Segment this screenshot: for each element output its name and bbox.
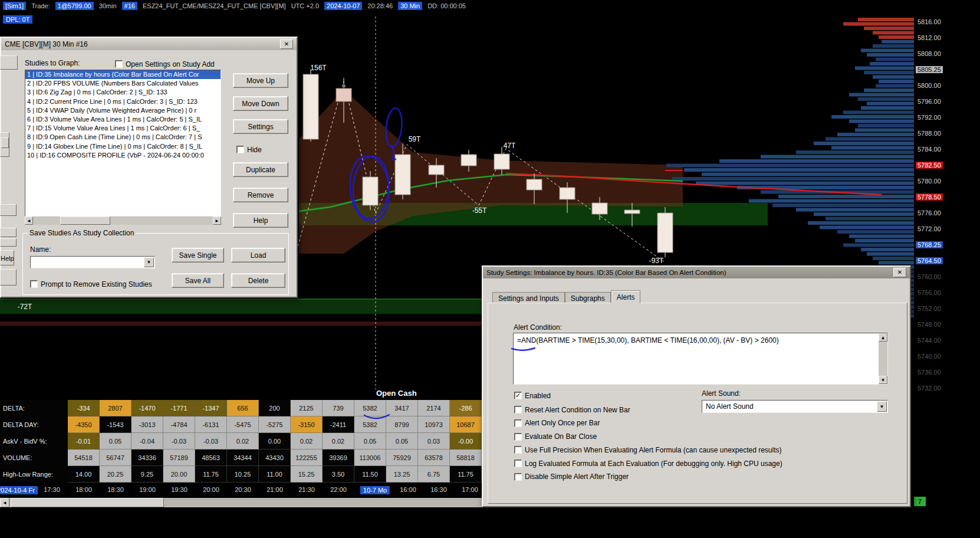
price-scale-label: 5808.00 <box>916 50 943 57</box>
tab-alerts[interactable]: Alerts <box>611 290 641 303</box>
table-cell: 122255 <box>291 450 323 466</box>
checkbox-box[interactable] <box>115 60 123 68</box>
save-all-button[interactable]: Save All <box>172 273 224 288</box>
open-cash-label: Open Cash <box>376 389 417 398</box>
enabled-checkbox[interactable]: ✓Enabled <box>514 390 551 401</box>
close-icon[interactable]: ✕ <box>280 40 293 49</box>
settings-dialog-titlebar[interactable]: Study Settings: Imbalance by hours. ID:3… <box>483 267 910 278</box>
study-list-item[interactable]: 1 | ID:35 Imbalance by hours (Color Bar … <box>25 70 221 79</box>
prompt-remove-checkbox[interactable]: Prompt to Remove Existing Studies <box>30 278 152 289</box>
price-scale-label: 5796.00 <box>916 98 943 105</box>
table-cell: 0.02 <box>227 433 259 450</box>
chevron-down-icon[interactable]: ▼ <box>144 257 154 267</box>
studies-list-scrollbar[interactable]: ◄ ► <box>25 216 221 225</box>
scrollbar-left-arrow-icon[interactable]: ◄ <box>25 216 33 225</box>
checkbox-box[interactable] <box>236 146 244 153</box>
help-button-fragment[interactable]: Help <box>0 250 14 265</box>
study-list-item[interactable]: 9 | ID:14 Globex Line (Time Line) | 0 ms… <box>25 142 221 151</box>
scrollbar-up-arrow-icon[interactable]: ▲ <box>879 333 887 342</box>
table-cell: 10687 <box>450 416 482 433</box>
table-cell: 11.50 <box>354 466 386 483</box>
studies-dialog-titlebar[interactable]: CME [CBV][M] 30 Min #16 ✕ <box>1 38 297 50</box>
table-cell: 0.02 <box>291 433 323 450</box>
dpl-badge: DPL: 0T <box>3 15 32 24</box>
hide-checkbox[interactable]: Hide <box>236 144 262 155</box>
price-scale-label: 5816.00 <box>916 18 943 25</box>
study-list-item[interactable]: 2 | ID:20 FPBS VOLUME (Numbers Bars Calc… <box>25 79 221 88</box>
delete-button[interactable]: Delete <box>231 273 285 288</box>
open-settings-checkbox[interactable]: Open Settings on Study Add <box>115 58 215 69</box>
scrollbar-fragment <box>0 132 9 157</box>
load-button[interactable]: Load <box>231 248 285 263</box>
tab-settings-and-inputs[interactable]: Settings and Inputs <box>492 292 565 303</box>
title-segment: 30min <box>99 2 117 9</box>
remove-button[interactable]: Remove <box>233 188 288 202</box>
table-cell: 113006 <box>354 450 386 466</box>
scrollbar-thumb[interactable] <box>11 498 164 507</box>
table-cell: 54518 <box>68 450 100 466</box>
alert-condition-input[interactable]: =AND(BARTIME > TIME(15,30,00), BARTIME <… <box>513 333 888 385</box>
time-axis-label: 16:30 <box>430 486 447 493</box>
window-fragment <box>0 55 18 70</box>
table-cell: 0.03 <box>418 433 450 450</box>
checkbox-row[interactable]: Use Full Precision When Evaluating Alert… <box>514 444 897 454</box>
formula-scrollbar[interactable]: ▲ ▼ <box>879 333 887 384</box>
table-cell: 2807 <box>100 400 131 416</box>
table-cell: 48563 <box>195 450 227 466</box>
move-down-button[interactable]: Move Down <box>233 96 288 111</box>
study-list-item[interactable]: 7 | ID:15 Volume Value Area Lines | 1 ms… <box>25 124 221 133</box>
study-list-item[interactable]: 4 | ID:2 Current Price Line | 0 ms | Cal… <box>25 97 221 106</box>
table-cell: 8799 <box>386 416 418 433</box>
checkbox-box[interactable] <box>514 460 522 467</box>
checkbox-row[interactable]: Evaluate On Bar Close <box>514 431 897 440</box>
scrollbar-thumb[interactable] <box>60 216 110 225</box>
numbers-table: DELTA:-3342807-1470-1771-134765620021257… <box>0 400 482 483</box>
settings-button[interactable]: Settings <box>233 119 288 134</box>
study-list-item[interactable]: 6 | ID:3 Volume Value Area Lines | 1 ms … <box>25 115 221 124</box>
study-list-item[interactable]: 10 | ID:16 COMPOSITE PROFILE (VbP - 2024… <box>25 151 221 160</box>
checkbox-box[interactable] <box>514 473 522 481</box>
move-up-button[interactable]: Move Up <box>233 73 288 88</box>
checkbox-row[interactable]: Log Evaluated Formula at Each Evaluation… <box>514 458 897 467</box>
study-list-item[interactable]: 3 | ID:6 Zig Zag | 0 ms | CalcOrder: 2 |… <box>25 88 221 97</box>
checkbox-box[interactable] <box>514 419 522 427</box>
checkbox-box[interactable]: ✓ <box>514 392 522 399</box>
study-list-item[interactable]: 5 | ID:4 VWAP Daily (Volume Weighted Ave… <box>25 106 221 115</box>
collection-name-combobox[interactable]: ▼ <box>30 256 155 268</box>
table-cell: -0.04 <box>131 433 163 450</box>
table-cell: -5475 <box>227 416 259 433</box>
scrollbar-right-arrow-icon[interactable]: ► <box>213 216 221 225</box>
application-window: 156T59T47T-55T-93T-72T 5816.005812.00580… <box>0 0 980 538</box>
save-collection-group: Save Studies As Study Collection Name: ▼… <box>22 229 289 295</box>
window-fragment <box>0 238 17 247</box>
horizontal-scrollbar[interactable]: ◄ <box>0 498 484 507</box>
tab-subgraphs[interactable]: Subgraphs <box>565 292 611 303</box>
scrollbar-left-arrow-icon[interactable]: ◄ <box>0 498 9 507</box>
status-badge: 7 <box>914 497 926 506</box>
study-settings-dialog: Study Settings: Imbalance by hours. ID:3… <box>482 265 911 507</box>
table-cell: 14.00 <box>68 466 100 483</box>
checkbox-row[interactable]: Disable Simple Alert After Trigger <box>514 471 897 480</box>
checkbox-row[interactable]: Reset Alert Condition on New Bar <box>514 404 897 414</box>
checkbox-row[interactable]: Alert Only Once per Bar <box>514 418 897 427</box>
table-cell: 6.75 <box>418 466 450 483</box>
price-scale-label: 5736.00 <box>916 369 943 376</box>
table-cell: 34336 <box>131 450 163 466</box>
table-cell: 0.02 <box>323 433 354 450</box>
save-single-button[interactable]: Save Single <box>172 248 224 263</box>
help-button[interactable]: Help <box>233 213 288 228</box>
checkbox-box[interactable] <box>514 433 522 441</box>
checkbox-box[interactable] <box>514 406 522 414</box>
duplicate-button[interactable]: Duplicate <box>233 162 288 177</box>
table-cell: 0.05 <box>100 433 131 450</box>
close-icon[interactable]: ✕ <box>893 268 906 277</box>
study-list-item[interactable]: 8 | ID:9 Open Cash Line (Time Line) | 0 … <box>25 133 221 142</box>
price-scale-label: 5772.00 <box>916 225 943 232</box>
alert-sound-label: Alert Sound: <box>702 389 741 398</box>
studies-list[interactable]: 1 | ID:35 Imbalance by hours (Color Bar … <box>25 70 221 216</box>
table-cell: 20.00 <box>163 466 195 483</box>
table-cell: 11.75 <box>195 466 227 483</box>
checkbox-box[interactable] <box>514 446 522 454</box>
checkbox-box[interactable] <box>30 280 38 288</box>
scrollbar-down-arrow-icon[interactable]: ▼ <box>879 376 887 384</box>
